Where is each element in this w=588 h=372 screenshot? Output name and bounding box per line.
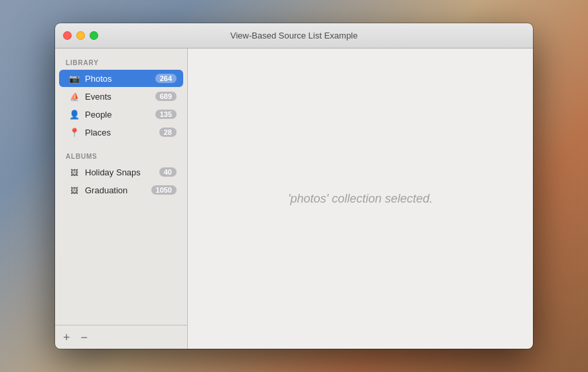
sidebar-item-holiday-snaps[interactable]: Holiday Snaps 40 bbox=[59, 163, 183, 181]
photos-badge: 264 bbox=[155, 74, 177, 83]
places-icon bbox=[68, 127, 80, 138]
add-button[interactable]: + bbox=[63, 331, 70, 343]
content-area: LIBRARY Photos 264 Events 689 People bbox=[55, 48, 533, 349]
titlebar: View-Based Source List Example bbox=[55, 23, 533, 48]
remove-button[interactable]: − bbox=[81, 331, 88, 343]
events-badge: 689 bbox=[155, 92, 177, 101]
window-title: View-Based Source List Example bbox=[230, 31, 358, 41]
library-section-header: LIBRARY bbox=[55, 54, 187, 69]
minimize-button[interactable] bbox=[76, 31, 85, 40]
holiday-snaps-icon bbox=[68, 167, 80, 177]
events-icon bbox=[68, 91, 80, 102]
close-button[interactable] bbox=[63, 31, 72, 40]
sidebar-footer: + − bbox=[55, 325, 187, 349]
maximize-button[interactable] bbox=[90, 31, 98, 40]
graduation-label: Graduation bbox=[85, 185, 147, 195]
sidebar-body: LIBRARY Photos 264 Events 689 People bbox=[55, 48, 187, 325]
sidebar-item-graduation[interactable]: Graduation 1050 bbox=[59, 181, 183, 199]
places-label: Places bbox=[85, 128, 155, 138]
sidebar-item-events[interactable]: Events 689 bbox=[59, 88, 183, 105]
people-badge: 135 bbox=[155, 110, 177, 119]
sidebar: LIBRARY Photos 264 Events 689 People bbox=[55, 48, 188, 349]
traffic-lights bbox=[63, 31, 98, 40]
graduation-badge: 1050 bbox=[151, 185, 177, 195]
holiday-snaps-badge: 40 bbox=[159, 167, 177, 177]
main-content: 'photos' collection selected. bbox=[188, 48, 533, 349]
app-window: View-Based Source List Example LIBRARY P… bbox=[55, 23, 533, 349]
sidebar-item-photos[interactable]: Photos 264 bbox=[59, 70, 183, 87]
graduation-icon bbox=[68, 185, 80, 195]
people-label: People bbox=[85, 110, 151, 120]
events-label: Events bbox=[85, 92, 151, 102]
places-badge: 28 bbox=[159, 128, 177, 137]
sidebar-item-people[interactable]: People 135 bbox=[59, 106, 183, 123]
sidebar-item-places[interactable]: Places 28 bbox=[59, 124, 183, 141]
photos-icon bbox=[68, 73, 80, 84]
main-message: 'photos' collection selected. bbox=[288, 192, 433, 206]
photos-label: Photos bbox=[85, 74, 151, 84]
holiday-snaps-label: Holiday Snaps bbox=[85, 167, 155, 177]
people-icon bbox=[68, 109, 80, 120]
albums-section-header: ALBUMS bbox=[55, 147, 187, 163]
